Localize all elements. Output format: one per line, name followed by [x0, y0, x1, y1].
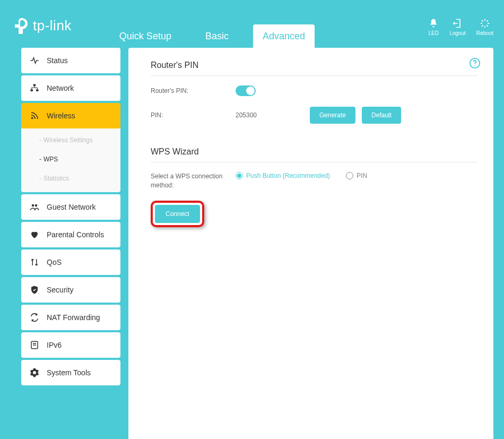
sidebar-item-status[interactable]: Status	[21, 48, 120, 73]
sidebar-item-network[interactable]: Network	[21, 75, 120, 101]
sidebar-item-qos[interactable]: QoS	[21, 249, 120, 275]
wps-method-label: Select a WPS connection method:	[151, 172, 236, 190]
reboot-label: Reboot	[476, 30, 493, 36]
sidebar-item-label: Parental Controls	[47, 230, 104, 239]
sidebar-wireless-submenu: Wireless Settings WPS Statistics	[21, 128, 120, 192]
network-icon	[30, 83, 39, 93]
shield-icon	[30, 285, 39, 295]
tab-basic[interactable]: Basic	[196, 24, 238, 48]
sidebar-item-security[interactable]: Security	[21, 277, 120, 303]
pin-value: 205300	[236, 111, 310, 119]
logout-icon	[452, 18, 463, 29]
app-frame: tp-link Quick Setup Basic Advanced LED L…	[0, 0, 504, 439]
pin-button-group: Generate Default	[310, 107, 407, 124]
radio-pin[interactable]: PIN	[346, 172, 367, 179]
svg-point-12	[32, 204, 34, 207]
connect-highlighted: Connect	[151, 201, 477, 227]
svg-line-5	[486, 25, 488, 27]
radio-label: Push Button (Recommended)	[246, 172, 330, 179]
connect-button[interactable]: Connect	[155, 205, 200, 223]
radio-dot-icon	[236, 172, 243, 179]
sidebar-item-label: NAT Forwarding	[47, 313, 100, 322]
sidebar: Status Network Wireless Wireless Setting…	[21, 48, 120, 439]
sidebar-item-label: IPv6	[47, 341, 62, 349]
led-label: LED	[428, 30, 438, 36]
sidebar-item-nat[interactable]: NAT Forwarding	[21, 305, 120, 330]
qos-icon	[30, 257, 39, 267]
brand-text: tp-link	[33, 18, 72, 34]
wireless-icon	[30, 111, 39, 120]
logout-label: Logout	[449, 30, 466, 36]
reboot-button[interactable]: Reboot	[476, 18, 493, 36]
gear-icon	[30, 368, 39, 377]
sidebar-item-label: Guest Network	[47, 203, 96, 211]
svg-rect-8	[33, 84, 36, 87]
sidebar-item-ipv6[interactable]: IPv6	[21, 332, 120, 358]
sidebar-item-label: Wireless	[47, 111, 75, 120]
svg-rect-9	[31, 89, 33, 91]
sub-statistics[interactable]: Statistics	[21, 169, 120, 188]
sidebar-item-parental[interactable]: Parental Controls	[21, 222, 120, 247]
sidebar-item-guest-network[interactable]: Guest Network	[21, 194, 120, 220]
row-pin-value: PIN: 205300 Generate Default	[151, 107, 477, 124]
sidebar-item-label: QoS	[47, 258, 62, 266]
routers-pin-label: Router's PIN:	[151, 87, 236, 94]
header: tp-link Quick Setup Basic Advanced LED L…	[11, 11, 493, 48]
svg-point-11	[31, 118, 32, 119]
default-button[interactable]: Default	[362, 107, 401, 124]
svg-point-13	[35, 204, 38, 207]
svg-rect-10	[36, 89, 39, 91]
led-button[interactable]: LED	[428, 18, 439, 36]
sidebar-item-label: Status	[47, 56, 68, 65]
header-actions: LED Logout Reboot	[428, 11, 493, 36]
wps-wizard-title: WPS Wizard	[151, 147, 477, 162]
sidebar-item-label: System Tools	[47, 368, 91, 377]
routers-pin-toggle[interactable]	[236, 85, 256, 96]
tplink-icon	[11, 16, 30, 35]
radio-push-button[interactable]: Push Button (Recommended)	[236, 172, 330, 179]
reboot-icon	[480, 18, 490, 29]
routers-pin-title: Router's PIN	[151, 61, 477, 76]
sidebar-item-label: Network	[47, 84, 74, 92]
highlight-box: Connect	[151, 201, 204, 227]
guest-icon	[30, 202, 39, 212]
sub-wireless-settings[interactable]: Wireless Settings	[21, 131, 120, 150]
generate-button[interactable]: Generate	[310, 107, 355, 124]
sidebar-item-tools[interactable]: System Tools	[21, 360, 120, 385]
pin-label: PIN:	[151, 111, 236, 119]
wps-options: Push Button (Recommended) PIN	[236, 172, 367, 179]
svg-point-18	[474, 65, 475, 66]
bell-icon	[428, 18, 439, 29]
sidebar-item-wireless[interactable]: Wireless	[21, 103, 120, 128]
help-icon[interactable]	[469, 57, 481, 71]
main-panel: Router's PIN Router's PIN: PIN: 205300 G…	[128, 48, 493, 439]
svg-line-4	[482, 20, 483, 22]
sub-wps[interactable]: WPS	[21, 150, 120, 169]
heart-icon	[30, 230, 39, 239]
tab-advanced[interactable]: Advanced	[253, 24, 315, 48]
svg-line-7	[486, 20, 488, 22]
row-wps-method: Select a WPS connection method: Push But…	[151, 172, 477, 190]
svg-line-6	[482, 25, 483, 27]
tab-quick-setup[interactable]: Quick Setup	[110, 24, 181, 48]
logout-button[interactable]: Logout	[449, 18, 466, 36]
activity-icon	[30, 56, 39, 65]
sidebar-item-label: Security	[47, 286, 74, 294]
nat-icon	[30, 313, 39, 322]
brand-logo: tp-link	[11, 11, 72, 35]
ipv6-icon	[30, 340, 39, 350]
radio-dot-icon	[346, 172, 353, 179]
radio-label: PIN	[357, 172, 367, 179]
main-tabs: Quick Setup Basic Advanced	[110, 11, 315, 48]
row-routers-pin-toggle: Router's PIN:	[151, 85, 477, 96]
